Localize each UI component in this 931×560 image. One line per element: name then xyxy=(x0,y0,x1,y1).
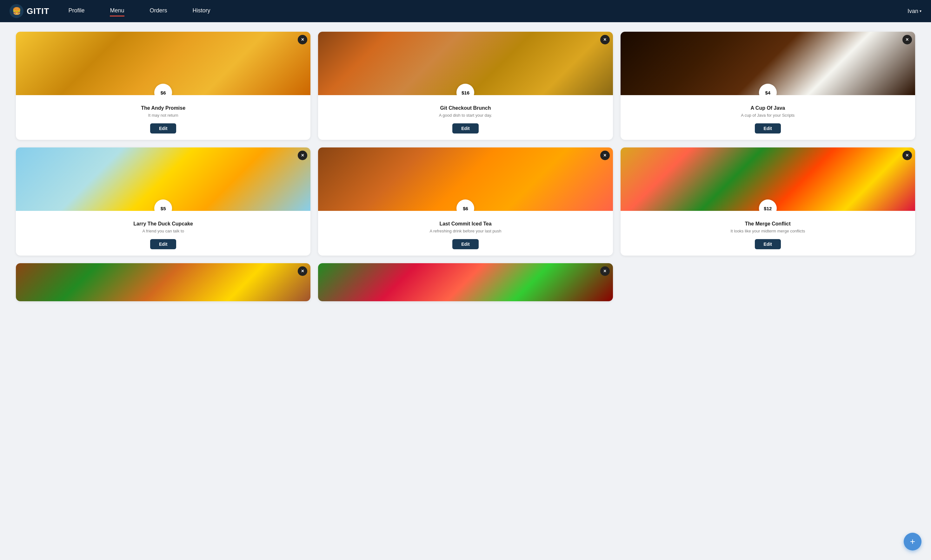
nav-user[interactable]: Ivan ▾ xyxy=(908,8,922,15)
price-badge-andy-promise: $6 xyxy=(154,84,172,95)
edit-button-last-commit-iced-tea[interactable]: Edit xyxy=(452,239,479,249)
card-title-git-checkout-brunch: Git Checkout Brunch xyxy=(323,105,608,111)
close-button-git-checkout-brunch[interactable]: × xyxy=(600,35,610,45)
edit-button-andy-promise[interactable]: Edit xyxy=(150,123,176,134)
menu-card-larry-duck-cupcake: × $5 Larry The Duck Cupcake A friend you… xyxy=(16,148,310,255)
card-image-cup-of-java: × $4 xyxy=(621,32,915,95)
card-body-last-commit-iced-tea: Last Commit Iced Tea A refreshing drink … xyxy=(318,211,613,255)
nav-link-orders[interactable]: Orders xyxy=(150,7,167,15)
nav-link-history[interactable]: History xyxy=(193,7,210,15)
card-desc-larry-duck-cupcake: A friend you can talk to xyxy=(21,229,305,233)
close-button-larry-duck-cupcake[interactable]: × xyxy=(298,151,307,160)
card-body-git-checkout-brunch: Git Checkout Brunch A good dish to start… xyxy=(318,95,613,140)
edit-button-merge-conflict[interactable]: Edit xyxy=(755,239,781,249)
card-desc-last-commit-iced-tea: A refreshing drink before your last push xyxy=(323,229,608,233)
price-badge-cup-of-java: $4 xyxy=(759,84,777,95)
brand-name: GITIT xyxy=(27,6,49,16)
card-desc-cup-of-java: A cup of Java for your Scripts xyxy=(626,113,910,118)
close-button-partial-burger[interactable]: × xyxy=(298,266,307,276)
nav-links: Profile Menu Orders History xyxy=(68,7,908,15)
close-button-merge-conflict[interactable]: × xyxy=(902,151,912,160)
card-image-merge-conflict: × $12 xyxy=(621,148,915,211)
nav-link-menu[interactable]: Menu xyxy=(110,7,124,15)
card-image-partial-burger: × xyxy=(16,263,310,301)
card-body-cup-of-java: A Cup Of Java A cup of Java for your Scr… xyxy=(621,95,915,140)
card-title-merge-conflict: The Merge Conflict xyxy=(626,221,910,227)
card-title-last-commit-iced-tea: Last Commit Iced Tea xyxy=(323,221,608,227)
edit-button-larry-duck-cupcake[interactable]: Edit xyxy=(150,239,176,249)
card-title-andy-promise: The Andy Promise xyxy=(21,105,305,111)
card-desc-git-checkout-brunch: A good dish to start your day. xyxy=(323,113,608,118)
nav-link-profile[interactable]: Profile xyxy=(68,7,85,15)
card-title-larry-duck-cupcake: Larry The Duck Cupcake xyxy=(21,221,305,227)
card-image-andy-promise: × $6 xyxy=(16,32,310,95)
price-badge-larry-duck-cupcake: $5 xyxy=(154,200,172,211)
chevron-down-icon: ▾ xyxy=(920,9,922,13)
brand-icon: 🍔 xyxy=(9,4,23,18)
edit-button-cup-of-java[interactable]: Edit xyxy=(755,123,781,134)
card-image-larry-duck-cupcake: × $5 xyxy=(16,148,310,211)
menu-card-last-commit-iced-tea: × $6 Last Commit Iced Tea A refreshing d… xyxy=(318,148,613,255)
card-image-partial-salad: × xyxy=(318,263,613,301)
price-badge-git-checkout-brunch: $16 xyxy=(457,84,474,95)
card-title-cup-of-java: A Cup Of Java xyxy=(626,105,910,111)
menu-card-partial-salad: × xyxy=(318,263,613,301)
card-body-andy-promise: The Andy Promise It may not return Edit xyxy=(16,95,310,140)
main-content: × $6 The Andy Promise It may not return … xyxy=(0,22,931,311)
menu-grid-partial: × × xyxy=(16,263,915,301)
close-button-last-commit-iced-tea[interactable]: × xyxy=(600,151,610,160)
menu-grid: × $6 The Andy Promise It may not return … xyxy=(16,32,915,255)
menu-card-git-checkout-brunch: × $16 Git Checkout Brunch A good dish to… xyxy=(318,32,613,140)
close-button-andy-promise[interactable]: × xyxy=(298,35,307,45)
card-body-larry-duck-cupcake: Larry The Duck Cupcake A friend you can … xyxy=(16,211,310,255)
price-badge-last-commit-iced-tea: $6 xyxy=(457,200,474,211)
nav-username: Ivan xyxy=(908,8,918,15)
card-image-last-commit-iced-tea: × $6 xyxy=(318,148,613,211)
navbar: 🍔 GITIT Profile Menu Orders History Ivan… xyxy=(0,0,931,22)
brand[interactable]: 🍔 GITIT xyxy=(9,4,49,18)
menu-card-cup-of-java: × $4 A Cup Of Java A cup of Java for you… xyxy=(621,32,915,140)
card-image-git-checkout-brunch: × $16 xyxy=(318,32,613,95)
add-item-button[interactable]: + xyxy=(904,533,922,551)
menu-card-partial-burger: × xyxy=(16,263,310,301)
price-badge-merge-conflict: $12 xyxy=(759,200,777,211)
menu-card-merge-conflict: × $12 The Merge Conflict It looks like y… xyxy=(621,148,915,255)
close-button-partial-salad[interactable]: × xyxy=(600,266,610,276)
close-button-cup-of-java[interactable]: × xyxy=(902,35,912,45)
card-desc-merge-conflict: It looks like your midterm merge conflic… xyxy=(626,229,910,233)
menu-card-andy-promise: × $6 The Andy Promise It may not return … xyxy=(16,32,310,140)
card-body-merge-conflict: The Merge Conflict It looks like your mi… xyxy=(621,211,915,255)
edit-button-git-checkout-brunch[interactable]: Edit xyxy=(452,123,479,134)
card-desc-andy-promise: It may not return xyxy=(21,113,305,118)
